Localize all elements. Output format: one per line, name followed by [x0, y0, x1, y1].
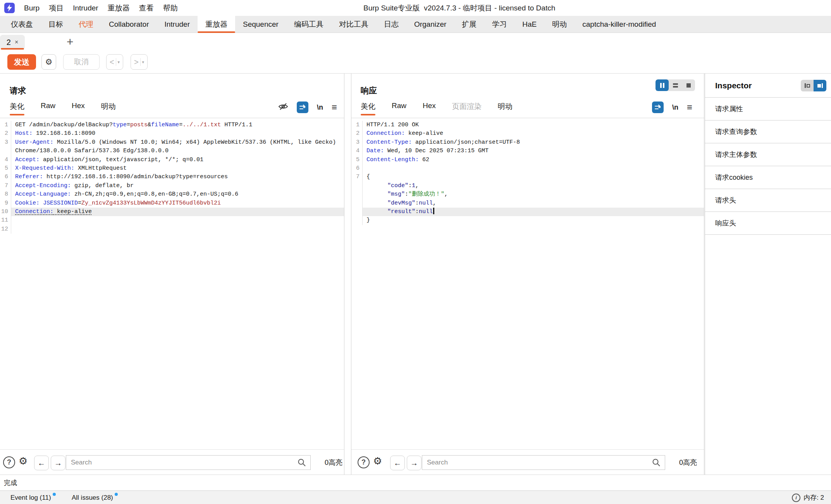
menu-item[interactable]: 帮助 [163, 3, 178, 13]
editor-line[interactable]: 4Accept: application/json, text/javascri… [0, 156, 344, 164]
close-icon[interactable]: × [15, 39, 18, 46]
editor-line[interactable]: 6Referer: http://192.168.16.1:8090/admin… [0, 173, 344, 181]
main-tab[interactable]: Sequencer [235, 16, 286, 33]
main-tab[interactable]: 仪表盘 [3, 16, 41, 33]
main-tab[interactable]: Intruder [157, 16, 198, 33]
main-tab[interactable]: 对比工具 [331, 16, 376, 33]
editor-line[interactable]: 11 [0, 216, 344, 225]
view-tab[interactable]: Hex [72, 101, 85, 112]
main-tab[interactable]: 扩展 [454, 16, 484, 33]
editor-line[interactable]: 1HTTP/1.1 200 OK [351, 121, 704, 129]
inspector-section[interactable]: 请求查询参数 [705, 120, 831, 143]
editor-line[interactable]: 1GET /admin/backup/delBackup?type=posts&… [0, 121, 344, 129]
dock-left-button[interactable] [801, 80, 814, 91]
request-editor[interactable]: 1GET /admin/backup/delBackup?type=posts&… [0, 121, 344, 234]
editor-line[interactable]: "msg":"删除成功！", [351, 190, 704, 199]
newline-toggle-icon[interactable]: \n [317, 103, 323, 112]
editor-line[interactable]: 7Accept-Encoding: gzip, deflate, br [0, 182, 344, 190]
cancel-button[interactable]: 取消 [63, 54, 100, 70]
editor-line[interactable]: "code":1, [351, 182, 704, 190]
next-match-button[interactable]: → [407, 456, 422, 470]
inspector-section[interactable]: 请求cookies [705, 166, 831, 189]
add-tab-button[interactable]: + [67, 34, 74, 50]
dropdown-icon[interactable]: ▾ [142, 60, 145, 65]
menu-item[interactable]: 项目 [49, 3, 64, 13]
pretty-print-icon[interactable] [652, 101, 664, 113]
main-tab[interactable]: 代理 [71, 16, 101, 33]
layout-single-button[interactable] [682, 79, 695, 91]
main-tab[interactable]: 目标 [41, 16, 71, 33]
editor-line[interactable]: 5Content-Length: 62 [351, 156, 704, 164]
main-tab[interactable]: 学习 [484, 16, 514, 33]
editor-line[interactable]: 12 [0, 225, 344, 234]
layout-rows-button[interactable] [669, 79, 682, 91]
view-tab[interactable]: 美化 [361, 101, 375, 112]
menu-item[interactable]: 查看 [139, 3, 154, 13]
main-tab[interactable]: 重放器 [198, 16, 235, 33]
editor-line[interactable]: 2Connection: keep-alive [351, 129, 704, 138]
search-settings-gear-icon[interactable]: ⚙ [19, 455, 28, 467]
main-tab[interactable]: 日志 [376, 16, 406, 33]
inspector-section[interactable]: 响应头 [705, 212, 831, 235]
history-back-button[interactable]: < ▾ [106, 54, 123, 70]
editor-line[interactable]: 6 [351, 164, 704, 173]
editor-line[interactable]: 5X-Requested-With: XMLHttpRequest [0, 164, 344, 173]
hamburger-menu-icon[interactable]: ≡ [332, 102, 337, 113]
editor-line[interactable]: 2Host: 192.168.16.1:8090 [0, 129, 344, 138]
editor-line[interactable]: 8Accept-Language: zh-CN,zh;q=0.9,en;q=0.… [0, 190, 344, 199]
request-search-input[interactable] [66, 455, 311, 470]
request-search-bar: ? ⚙ ← → 0高亮 [0, 449, 344, 475]
editor-line[interactable]: 4Date: Wed, 10 Dec 2025 07:23:15 GMT [351, 147, 704, 155]
search-settings-gear-icon[interactable]: ⚙ [373, 455, 382, 467]
response-editor[interactable]: 1HTTP/1.1 200 OK2Connection: keep-alive3… [351, 121, 704, 225]
pretty-print-icon[interactable] [297, 101, 308, 113]
view-tab[interactable]: Raw [392, 101, 406, 112]
main-tab[interactable]: captcha-killer-modified [575, 16, 664, 33]
view-tab[interactable]: 美化 [10, 101, 24, 112]
editor-line[interactable]: "result":null [351, 208, 704, 216]
view-tab[interactable]: Hex [423, 101, 436, 112]
dock-right-button[interactable] [814, 80, 826, 91]
layout-columns-button[interactable] [656, 79, 669, 91]
event-log-button[interactable]: Event log (11) [10, 491, 56, 504]
hide-eye-icon[interactable] [278, 101, 288, 113]
main-tab[interactable]: Collaborator [101, 16, 157, 33]
newline-toggle-icon[interactable]: \n [672, 103, 678, 112]
response-search-input[interactable] [422, 455, 665, 470]
hamburger-menu-icon[interactable]: ≡ [687, 102, 692, 113]
editor-line[interactable]: 9Cookie: JSESSIONID=Zy_n1cvZg4133YsLbWWm… [0, 199, 344, 208]
editor-line[interactable]: } [351, 216, 704, 225]
editor-line[interactable]: Chrome/138.0.0.0 Safari/537.36 Edg/138.0… [0, 147, 344, 155]
menu-item[interactable]: Intruder [73, 4, 98, 12]
menu-item[interactable]: 重放器 [108, 3, 130, 13]
editor-line[interactable]: 3Content-Type: application/json;charset=… [351, 138, 704, 147]
view-tab[interactable]: 明动 [498, 101, 513, 112]
inspector-section[interactable]: 请求属性 [705, 98, 831, 120]
view-tab[interactable]: Raw [41, 101, 55, 112]
view-tab[interactable]: 页面渲染 [452, 101, 482, 112]
all-issues-button[interactable]: All issues (28) [72, 491, 118, 504]
main-tab[interactable]: Organizer [406, 16, 454, 33]
editor-line[interactable]: "devMsg":null, [351, 199, 704, 208]
main-tab[interactable]: 明动 [544, 16, 575, 33]
editor-line[interactable]: 10Connection: keep-alive [0, 208, 344, 216]
next-match-button[interactable]: → [51, 456, 65, 470]
editor-line[interactable]: 7{ [351, 173, 704, 181]
send-settings-gear-icon[interactable]: ⚙ [41, 54, 56, 70]
main-tab[interactable]: 编码工具 [286, 16, 331, 33]
menu-item[interactable]: Burp [24, 4, 40, 12]
dropdown-icon[interactable]: ▾ [118, 60, 120, 65]
send-button[interactable]: 发送 [7, 54, 36, 70]
help-icon[interactable]: ? [358, 456, 370, 468]
history-forward-button[interactable]: > ▾ [131, 54, 148, 70]
repeater-tab[interactable]: 2 × [0, 35, 25, 50]
help-icon[interactable]: ? [3, 456, 15, 468]
view-tab[interactable]: 明动 [101, 101, 116, 112]
prev-match-button[interactable]: ← [34, 456, 49, 470]
editor-line[interactable]: 3User-Agent: Mozilla/5.0 (Windows NT 10.… [0, 138, 344, 147]
bottom-status-bar: Event log (11) All issues (28) i 内存: 2 [0, 490, 831, 504]
main-tab[interactable]: HaE [514, 16, 544, 33]
prev-match-button[interactable]: ← [390, 456, 405, 470]
inspector-section[interactable]: 请求头 [705, 189, 831, 212]
inspector-section[interactable]: 请求主体参数 [705, 143, 831, 166]
